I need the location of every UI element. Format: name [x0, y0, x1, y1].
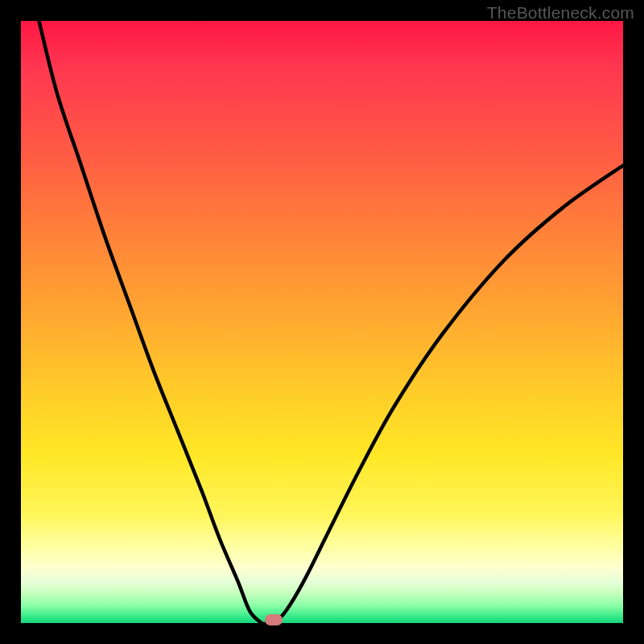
optimum-marker	[265, 614, 283, 625]
bottleneck-curve	[21, 21, 623, 623]
watermark-text: TheBottleneck.com	[487, 3, 634, 23]
plot-area	[21, 21, 623, 623]
